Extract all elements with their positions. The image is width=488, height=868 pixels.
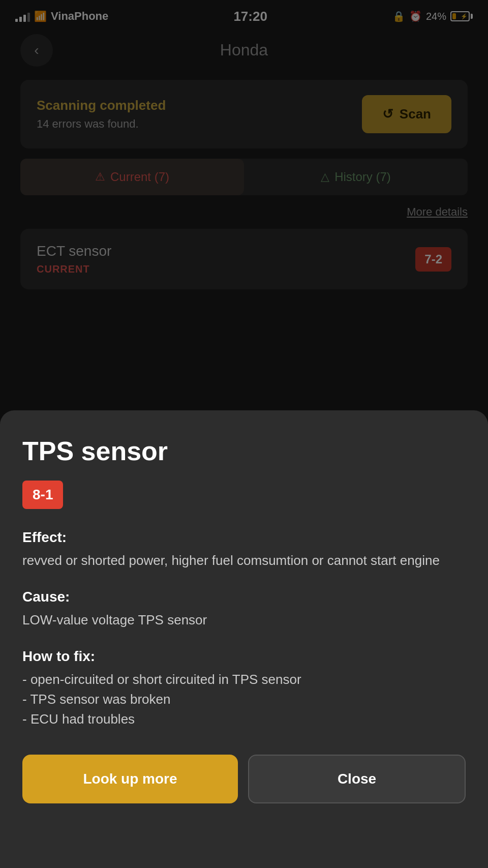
- sheet-actions: Look up more Close: [22, 755, 466, 803]
- sheet-title: TPS sensor: [22, 436, 466, 466]
- fix-section: How to fix: - open-circuited or short ci…: [22, 648, 466, 729]
- cause-body: LOW-value voltage TPS sensor: [22, 610, 466, 630]
- cause-section: Cause: LOW-value voltage TPS sensor: [22, 589, 466, 630]
- effect-label: Effect:: [22, 529, 466, 546]
- fix-body: - open-circuited or short circuited in T…: [22, 670, 466, 729]
- cause-label: Cause:: [22, 589, 466, 605]
- close-button[interactable]: Close: [248, 755, 466, 803]
- effect-body: revved or shorted power, higher fuel com…: [22, 551, 466, 571]
- lookup-button[interactable]: Look up more: [22, 755, 238, 803]
- fix-label: How to fix:: [22, 648, 466, 665]
- effect-section: Effect: revved or shorted power, higher …: [22, 529, 466, 571]
- error-code-badge: 8-1: [22, 481, 63, 509]
- bottom-sheet: TPS sensor 8-1 Effect: revved or shorted…: [0, 410, 488, 868]
